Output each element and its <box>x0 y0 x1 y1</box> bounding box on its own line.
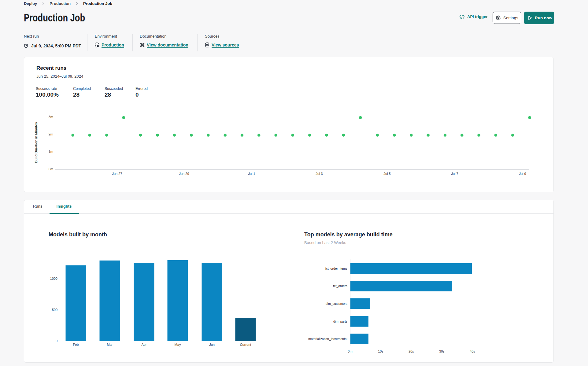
svg-text:500: 500 <box>52 308 57 312</box>
svg-text:fct_orders: fct_orders <box>333 284 347 288</box>
svg-text:Jun: Jun <box>209 343 215 346</box>
svg-text:1m: 1m <box>49 150 53 153</box>
svg-text:Current: Current <box>240 343 251 346</box>
svg-text:Jul 1: Jul 1 <box>248 172 255 176</box>
svg-text:40s: 40s <box>470 349 475 353</box>
svg-text:10s: 10s <box>378 349 383 353</box>
svg-text:Jul 7: Jul 7 <box>451 172 458 176</box>
svg-text:1000: 1000 <box>50 277 57 280</box>
svg-text:Mar: Mar <box>107 343 113 346</box>
svg-text:3m: 3m <box>49 115 53 119</box>
svg-text:0: 0 <box>56 339 57 343</box>
svg-text:2m: 2m <box>49 132 53 136</box>
svg-text:0m: 0m <box>49 167 53 171</box>
svg-text:Jun 27: Jun 27 <box>112 172 122 176</box>
svg-text:May: May <box>175 343 181 346</box>
svg-text:fct_order_items: fct_order_items <box>325 267 347 270</box>
svg-text:dim_customers: dim_customers <box>326 302 347 305</box>
svg-text:materialization_incremental: materialization_incremental <box>308 337 347 341</box>
svg-text:Jul 5: Jul 5 <box>383 172 390 176</box>
svg-text:Apr: Apr <box>141 343 146 346</box>
svg-text:dim_parts: dim_parts <box>333 320 347 323</box>
svg-text:Feb: Feb <box>73 343 79 346</box>
svg-text:Build Duration in Minutes: Build Duration in Minutes <box>34 122 38 163</box>
svg-text:30s: 30s <box>439 349 445 353</box>
svg-text:Jul 9: Jul 9 <box>519 172 526 176</box>
svg-text:Jul 3: Jul 3 <box>316 172 323 176</box>
svg-text:0m: 0m <box>348 349 352 353</box>
svg-text:20s: 20s <box>409 349 414 353</box>
svg-text:Jun 29: Jun 29 <box>179 172 189 176</box>
